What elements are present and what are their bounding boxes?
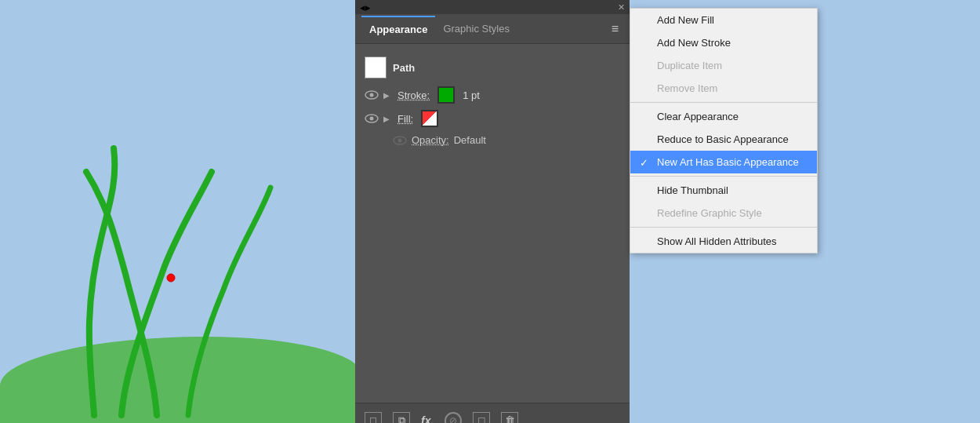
collapse-icon[interactable]: ◂▸ bbox=[360, 2, 371, 13]
panel-content: Path ▶ Stroke: 1 pt ▶ F bbox=[355, 44, 630, 403]
fill-row: ▶ Fill: bbox=[355, 107, 630, 130]
menu-separator-2 bbox=[630, 176, 817, 177]
appearance-panel: Appearance Graphic Styles ≡ Path ▶ Strok… bbox=[355, 14, 630, 423]
window-resize-controls: ◂▸ bbox=[360, 2, 371, 13]
remove-item-label: Remove Item bbox=[657, 82, 717, 94]
stroke-label: Stroke: bbox=[397, 89, 430, 101]
menu-item-redefine-graphic-style: Redefine Graphic Style bbox=[630, 202, 817, 224]
opacity-value: Default bbox=[454, 134, 486, 146]
menu-separator-1 bbox=[630, 102, 817, 103]
new-layer-button[interactable]: □ bbox=[365, 412, 382, 424]
svg-point-7 bbox=[398, 138, 402, 142]
menu-item-add-new-fill[interactable]: Add New Fill bbox=[630, 9, 817, 31]
svg-point-5 bbox=[370, 117, 374, 121]
new-art-basic-label: New Art Has Basic Appearance bbox=[657, 156, 799, 168]
window-controls-bar: ◂▸ ✕ bbox=[355, 0, 630, 14]
path-label: Path bbox=[393, 62, 415, 74]
fill-color-swatch[interactable] bbox=[421, 110, 438, 127]
opacity-label: Opacity: bbox=[412, 134, 449, 146]
menu-item-reduce-to-basic[interactable]: Reduce to Basic Appearance bbox=[630, 128, 817, 151]
fill-expand-arrow[interactable]: ▶ bbox=[383, 115, 393, 123]
menu-item-clear-appearance[interactable]: Clear Appearance bbox=[630, 105, 817, 128]
duplicate-button[interactable]: ⧉ bbox=[393, 412, 410, 424]
reduce-to-basic-label: Reduce to Basic Appearance bbox=[657, 133, 789, 145]
fill-visibility-toggle[interactable] bbox=[365, 113, 379, 124]
checkmark-icon: ✓ bbox=[640, 156, 648, 168]
menu-item-new-art-basic[interactable]: ✓ New Art Has Basic Appearance bbox=[630, 151, 817, 173]
panel-header: Appearance Graphic Styles ≡ bbox=[355, 14, 630, 44]
copy-button[interactable]: □ bbox=[473, 412, 490, 424]
tab-graphic-styles[interactable]: Graphic Styles bbox=[435, 16, 517, 41]
clear-button[interactable]: ⊘ bbox=[445, 412, 462, 424]
panel-footer: □ ⧉ fx. ⊘ □ 🗑 bbox=[355, 403, 630, 423]
opacity-row: Opacity: Default bbox=[355, 130, 630, 150]
menu-separator-3 bbox=[630, 227, 817, 228]
hide-thumbnail-label: Hide Thumbnail bbox=[657, 184, 728, 196]
stroke-value: 1 pt bbox=[463, 89, 480, 101]
menu-item-duplicate-item: Duplicate Item bbox=[630, 54, 817, 77]
redefine-graphic-style-label: Redefine Graphic Style bbox=[657, 207, 762, 219]
stroke-visibility-toggle[interactable] bbox=[365, 89, 379, 100]
menu-item-show-all-hidden[interactable]: Show All Hidden Attributes bbox=[630, 230, 817, 253]
menu-item-remove-item: Remove Item bbox=[630, 77, 817, 100]
close-button[interactable]: ✕ bbox=[618, 2, 625, 13]
panel-menu-button[interactable]: ≡ bbox=[607, 19, 623, 39]
path-swatch bbox=[365, 57, 387, 78]
add-new-fill-label: Add New Fill bbox=[657, 14, 714, 26]
add-new-stroke-label: Add New Stroke bbox=[657, 37, 731, 49]
svg-point-3 bbox=[370, 93, 374, 97]
show-all-hidden-label: Show All Hidden Attributes bbox=[657, 235, 776, 247]
path-row: Path bbox=[355, 52, 630, 83]
menu-item-add-new-stroke[interactable]: Add New Stroke bbox=[630, 31, 817, 54]
context-menu: Add New Fill Add New Stroke Duplicate It… bbox=[630, 8, 818, 253]
opacity-visibility-icon bbox=[393, 135, 407, 146]
stroke-row: ▶ Stroke: 1 pt bbox=[355, 83, 630, 107]
duplicate-item-label: Duplicate Item bbox=[657, 60, 722, 71]
menu-item-hide-thumbnail[interactable]: Hide Thumbnail bbox=[630, 179, 817, 202]
fx-button[interactable]: fx. bbox=[421, 414, 434, 424]
delete-button[interactable]: 🗑 bbox=[501, 412, 518, 424]
stroke-color-swatch[interactable] bbox=[437, 86, 455, 104]
stroke-expand-arrow[interactable]: ▶ bbox=[383, 91, 393, 100]
clear-appearance-label: Clear Appearance bbox=[657, 111, 739, 122]
tab-appearance[interactable]: Appearance bbox=[361, 16, 435, 42]
fill-label: Fill: bbox=[397, 113, 413, 125]
